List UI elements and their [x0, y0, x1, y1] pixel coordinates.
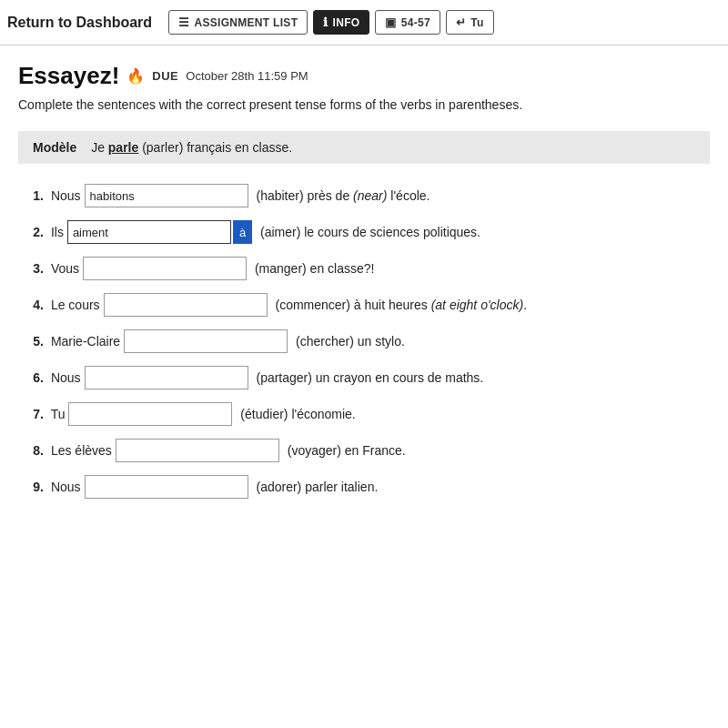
- item-number: 4.: [18, 298, 44, 312]
- answer-input-3[interactable]: [83, 257, 247, 280]
- exercise-item: 3. Vous (manger) en classe?!: [18, 257, 710, 280]
- exercise-item: 2. Ilsà (aimer) le cours de sciences pol…: [18, 220, 710, 244]
- model-verb: parle: [108, 140, 138, 155]
- answer-input-4[interactable]: [104, 293, 268, 317]
- info-label: INFO: [333, 16, 360, 29]
- exercise-item: 9. Nous (adorer) parler italien.: [18, 475, 710, 499]
- item-suffix: (adorer) parler italien.: [253, 480, 379, 494]
- item-number: 2.: [18, 225, 44, 239]
- model-rest: (parler) français en classe.: [138, 140, 292, 155]
- item-suffix: (chercher) un stylo.: [292, 334, 405, 349]
- due-icon: 🔥: [126, 67, 145, 85]
- item-prefix: Tu: [47, 407, 65, 421]
- info-icon: ℹ: [323, 15, 328, 29]
- item-number: 3.: [18, 261, 44, 276]
- due-label: DUE: [152, 69, 178, 83]
- title-row: Essayez! 🔥 DUE October 28th 11:59 PM: [18, 62, 710, 90]
- answer-input-7[interactable]: [68, 402, 232, 426]
- answer-input-5[interactable]: [124, 329, 288, 353]
- item-number: 9.: [18, 480, 44, 494]
- item-suffix: (partager) un crayon en cours de maths.: [253, 370, 484, 385]
- exercise-item: 4. Le cours (commencer) à huit heures (a…: [18, 293, 710, 317]
- item-suffix: (étudier) l'économie.: [237, 407, 355, 421]
- exercise-list: 1. Nous (habiter) près de (near) l'école…: [18, 184, 710, 499]
- item-prefix: Les élèves: [47, 443, 112, 458]
- tu-label: Tu: [470, 16, 483, 29]
- tu-button[interactable]: ↵ Tu: [446, 10, 494, 35]
- list-icon: ☰: [178, 15, 189, 29]
- item-number: 5.: [18, 334, 44, 349]
- model-text: Je parle (parler) français en classe.: [91, 140, 292, 155]
- return-to-dashboard[interactable]: Return to Dashboard: [7, 15, 163, 31]
- exercise-item: 8. Les élèves (voyager) en France.: [18, 439, 710, 462]
- exercise-item: 1. Nous (habiter) près de (near) l'école…: [18, 184, 710, 207]
- item-suffix: (commencer) à huit heures (at eight o'cl…: [272, 298, 527, 312]
- item-number: 8.: [18, 443, 44, 458]
- answer-input-8[interactable]: [116, 439, 279, 462]
- assignment-list-button[interactable]: ☰ ASSIGNMENT LIST: [168, 10, 308, 35]
- top-nav: Return to Dashboard ☰ ASSIGNMENT LIST ℹ …: [0, 0, 728, 46]
- pages-icon: ▣: [385, 15, 396, 29]
- item-prefix: Marie-Claire: [47, 334, 120, 349]
- item-number: 1.: [18, 188, 44, 203]
- answer-input-2[interactable]: [67, 220, 231, 244]
- item-prefix: Nous: [47, 188, 81, 203]
- item-prefix: Nous: [47, 480, 81, 494]
- item-suffix: (habiter) près de (near) l'école.: [253, 188, 430, 203]
- item-prefix: Vous: [47, 261, 79, 276]
- answer-input-9[interactable]: [85, 475, 248, 499]
- item-suffix: (manger) en classe?!: [251, 261, 374, 276]
- accent-button[interactable]: à: [233, 220, 252, 244]
- main-content: Essayez! 🔥 DUE October 28th 11:59 PM Com…: [0, 46, 728, 530]
- page-title: Essayez!: [18, 62, 119, 90]
- item-suffix: (voyager) en France.: [284, 443, 406, 458]
- item-suffix: (aimer) le cours de sciences politiques.: [257, 225, 480, 239]
- model-prefix: Je: [91, 140, 108, 155]
- item-prefix: Ils: [47, 225, 64, 239]
- pages-button[interactable]: ▣ 54-57: [375, 10, 440, 35]
- exercise-item: 6. Nous (partager) un crayon en cours de…: [18, 366, 710, 389]
- model-row: Modèle Je parle (parler) français en cla…: [18, 131, 710, 164]
- answer-input-1[interactable]: [85, 184, 248, 207]
- instructions-text: Complete the sentences with the correct …: [18, 96, 710, 115]
- model-label: Modèle: [33, 140, 76, 155]
- item-number: 7.: [18, 407, 44, 421]
- answer-input-6[interactable]: [85, 366, 248, 389]
- item-prefix: Le cours: [47, 298, 100, 312]
- tu-icon: ↵: [456, 15, 466, 29]
- assignment-list-label: ASSIGNMENT LIST: [194, 16, 298, 29]
- pages-label: 54-57: [401, 16, 430, 29]
- exercise-item: 7. Tu (étudier) l'économie.: [18, 402, 710, 426]
- exercise-item: 5. Marie-Claire (chercher) un stylo.: [18, 329, 710, 353]
- due-date: October 28th 11:59 PM: [186, 69, 308, 83]
- item-number: 6.: [18, 370, 44, 385]
- info-button[interactable]: ℹ INFO: [313, 10, 369, 35]
- item-prefix: Nous: [47, 370, 81, 385]
